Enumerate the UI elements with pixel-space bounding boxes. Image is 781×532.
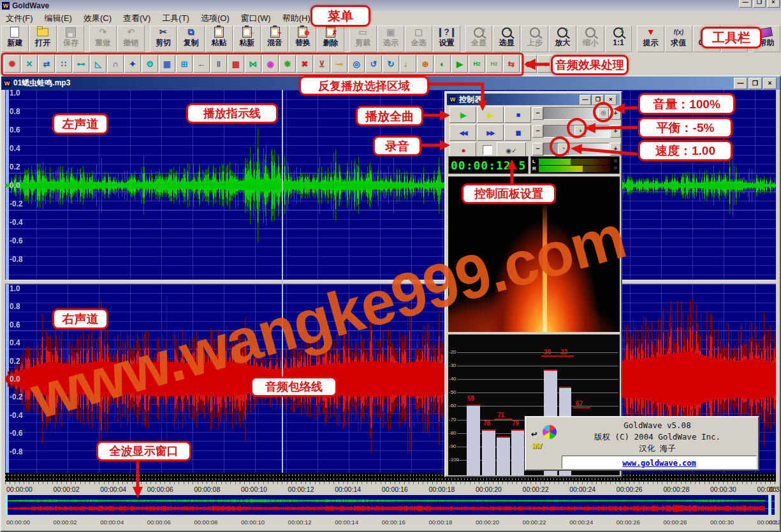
- selection-tick-strip[interactable]: [5, 473, 776, 482]
- effect-icon-12[interactable]: ←: [193, 55, 210, 73]
- volume-slider-knob[interactable]: ◎: [598, 108, 609, 119]
- toolbar-button-选显[interactable]: •选显: [493, 25, 520, 52]
- amplitude-label: 0.8: [10, 107, 31, 116]
- toolbar-button-剪切[interactable]: ✂剪切: [150, 25, 177, 52]
- toolbar-button-粘贴[interactable]: 粘贴: [205, 25, 233, 52]
- callout-play-all: 播放全曲: [356, 106, 423, 126]
- effect-icon-15[interactable]: ⋈: [245, 55, 261, 73]
- ctrl-close-button[interactable]: ×: [605, 95, 617, 105]
- menu-item-7[interactable]: 窗口(W): [235, 11, 277, 25]
- speed-plus-button[interactable]: +: [610, 143, 621, 155]
- effect-icon-13[interactable]: ‖: [210, 55, 227, 73]
- menu-item-2[interactable]: 编辑(E): [39, 11, 78, 25]
- doc-close-button[interactable]: ×: [763, 78, 777, 89]
- toolbar-button-设置[interactable]: ❙?❙设置: [433, 25, 460, 52]
- time-label: 00:00:30: [710, 485, 736, 493]
- effect-icon-27[interactable]: ▶: [451, 55, 468, 73]
- volume-minus-button[interactable]: −: [532, 107, 543, 120]
- balance-slider-knob[interactable]: ◑: [574, 126, 585, 137]
- effect-icon-30[interactable]: ⇆: [503, 55, 520, 73]
- ctrl-maximize-button[interactable]: ❐: [592, 95, 604, 105]
- volume-slider-track[interactable]: ◎: [543, 107, 609, 120]
- effect-icon-16[interactable]: ◉: [262, 55, 279, 73]
- time-label: 00:00:04: [100, 519, 124, 526]
- close-button[interactable]: ×: [767, 0, 780, 8]
- effect-icon-10[interactable]: ▦: [159, 55, 175, 73]
- toolbar-button-粘新[interactable]: ▫粘新: [233, 25, 261, 52]
- loop-play-selection-button[interactable]: ▶: [477, 106, 504, 123]
- callout-loop-play: 反复播放选择区域: [299, 76, 429, 96]
- toolbar-button-混音[interactable]: +混音: [261, 25, 289, 52]
- play-all-button[interactable]: ▶: [449, 106, 476, 123]
- effect-icon-25[interactable]: ⊕: [417, 55, 434, 73]
- maximize-button[interactable]: ❐: [753, 0, 766, 8]
- effect-icon-23[interactable]: ↻: [383, 55, 399, 73]
- effect-icon-18[interactable]: ✖: [296, 55, 313, 73]
- balance-plus-button[interactable]: +: [610, 125, 621, 138]
- menu-item-6[interactable]: 选项(O): [195, 11, 235, 25]
- doc-minimize-button[interactable]: ―: [734, 78, 747, 89]
- menu-item-3[interactable]: 效果(C): [78, 11, 117, 25]
- effect-icon-31[interactable]: ⊘: [520, 55, 537, 73]
- effect-icon-20[interactable]: ⊸: [331, 55, 347, 73]
- toolbar-button-复制[interactable]: ⧉复制: [177, 25, 205, 52]
- effect-icon-6[interactable]: ◺: [90, 55, 106, 73]
- balance-slider-track[interactable]: ◑: [543, 125, 609, 138]
- balance-minus-button[interactable]: −: [532, 125, 543, 138]
- time-label: 00:00:26: [617, 519, 640, 526]
- effect-icon-19[interactable]: ⊻: [314, 55, 330, 73]
- toolbar-button-替换[interactable]: ⊕替换: [289, 25, 316, 52]
- effect-icon-21[interactable]: ◎: [348, 55, 365, 73]
- toolbar-button-删除[interactable]: ✗删除: [317, 25, 344, 52]
- control-checkbox[interactable]: [483, 145, 492, 155]
- ctrl-minimize-button[interactable]: ―: [580, 95, 591, 105]
- app-titlebar[interactable]: W GoldWave ― ❐ ×: [0, 0, 781, 11]
- mag-icon: 1: [613, 26, 624, 38]
- menu-item-5[interactable]: 工具(T): [156, 11, 195, 25]
- stop-button[interactable]: ■: [504, 106, 531, 123]
- effect-icon-7[interactable]: ∩: [107, 55, 124, 73]
- effect-icon-22[interactable]: ↺: [365, 55, 382, 73]
- effect-icon-8[interactable]: ✦: [124, 55, 141, 73]
- effect-icon-26[interactable]: ◐: [434, 55, 451, 73]
- volume-plus-button[interactable]: +: [610, 107, 621, 120]
- effect-icon-29[interactable]: Hz: [486, 55, 502, 73]
- speed-slider-track[interactable]: ◔: [543, 143, 609, 155]
- toolbar-button-1:1[interactable]: 11:1: [605, 25, 632, 52]
- minimize-button[interactable]: ―: [739, 0, 752, 8]
- spectrum-freq-label: 63: [484, 463, 490, 469]
- toolbar-button-提示[interactable]: ▼提示: [637, 25, 664, 52]
- fast-forward-button[interactable]: ▶▶: [477, 124, 504, 141]
- toolbar-button-新建[interactable]: 新建: [1, 25, 29, 52]
- menu-item-1[interactable]: 文件(F): [0, 11, 39, 25]
- effect-icon-24[interactable]: ♩: [400, 55, 416, 73]
- document-title: 01蟋虫蛙鸣.mp3: [13, 78, 70, 89]
- effect-icon-9[interactable]: ⚙: [142, 55, 158, 73]
- toolbar-button-放大[interactable]: +放大: [549, 25, 576, 52]
- time-label: 00:00:24: [569, 485, 595, 493]
- overview-waveform-strip[interactable]: [5, 495, 775, 515]
- toolbar-button-打开[interactable]: 打开: [29, 25, 57, 52]
- effect-icon-17[interactable]: ❋: [279, 55, 296, 73]
- paste-icon: ⊕: [298, 26, 307, 38]
- control-titlebar[interactable]: W 控制器 ― ❐ ×: [447, 94, 620, 105]
- effect-icon-1[interactable]: ✺: [4, 55, 20, 73]
- rewind-button[interactable]: ◀◀: [449, 124, 476, 141]
- overview-time-axis[interactable]: 00:00:0000:00:0200:00:0400:00:0600:00:08…: [5, 515, 776, 528]
- menu-item-4[interactable]: 查看(V): [117, 11, 156, 25]
- effect-icon-4[interactable]: ∷: [55, 55, 72, 73]
- time-axis[interactable]: 00:00:0000:00:0200:00:0400:00:0600:00:08…: [5, 482, 776, 494]
- paste-icon: ▫: [242, 26, 252, 38]
- effect-icon-14[interactable]: ▩: [228, 55, 244, 73]
- doc-maximize-button[interactable]: ❐: [748, 78, 762, 89]
- effect-icon-3[interactable]: ⇄: [38, 55, 55, 73]
- effect-icon-2[interactable]: ✕: [21, 55, 38, 73]
- goldwave-link[interactable]: www.goldwave.com: [622, 459, 696, 468]
- speed-slider-knob[interactable]: ◔: [558, 143, 569, 155]
- effect-icon-11[interactable]: ⊞: [176, 55, 193, 73]
- effect-icon-28[interactable]: Hz: [469, 55, 485, 73]
- speed-minus-button[interactable]: −: [532, 143, 543, 155]
- toolbar-button-求值[interactable]: f(x)求值: [665, 25, 692, 52]
- pause-button[interactable]: ▮▮: [504, 124, 531, 141]
- effect-icon-5[interactable]: ⊷: [73, 55, 89, 73]
